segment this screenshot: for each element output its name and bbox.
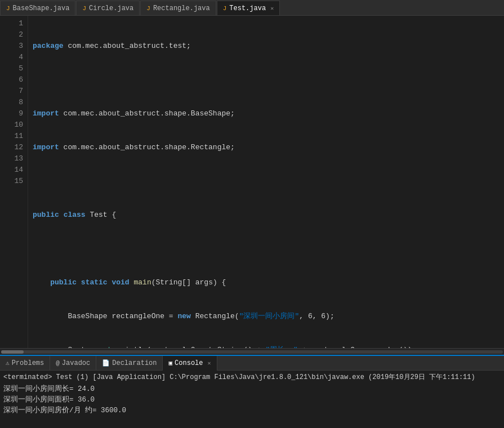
console-line-3: 深圳一间小房间房价/月 约= 3600.0 [3,405,501,416]
tab-console[interactable]: ▣ Console ✕ [163,356,217,371]
tab-problems[interactable]: ⚠ Problems [0,356,50,371]
tab-baseshape[interactable]: J BaseShape.java [0,1,75,15]
line-numbers: 1 2 3 4 5 6 7 8 9 10 11 12 13 14 15 [10,16,28,348]
console-icon: ▣ [168,359,172,367]
tab-declaration-label: Declaration [112,359,157,367]
breakpoint-gutter [0,16,10,348]
tab-console-label: Console [175,359,203,367]
code-line-9: BaseShape rectangleOne = new Rectangle("… [33,311,504,322]
tab-javadoc-label: Javadoc [62,359,90,367]
bottom-tab-bar: ⚠ Problems @ Javadoc 📄 Declaration ▣ Con… [0,356,504,371]
code-line-5 [33,176,504,187]
declaration-icon: 📄 [102,359,110,367]
tab-javadoc[interactable]: @ Javadoc [50,356,96,371]
close-icon[interactable]: ✕ [270,5,274,12]
problems-icon: ⚠ [6,359,10,367]
tab-label: Test.java [229,5,266,12]
tab-declaration[interactable]: 📄 Declaration [96,356,163,371]
bottom-panel: ⚠ Problems @ Javadoc 📄 Declaration ▣ Con… [0,355,504,428]
code-line-3: import com.mec.about_abstruct.shape.Base… [33,108,504,119]
scroll-track [1,350,503,354]
java-icon: J [223,5,227,12]
tab-label: BaseShape.java [13,5,70,12]
console-line-1: 深圳一间小房间周长= 24.0 [3,384,501,395]
tab-problems-label: Problems [12,359,44,367]
code-line-7 [33,243,504,255]
tab-rectangle[interactable]: J Rectangle.java [140,1,216,15]
console-header: <terminated> Test (1) [Java Application]… [3,372,501,383]
code-line-10: System.out.println(rectangleOne.toString… [33,345,504,348]
console-close-icon[interactable]: ✕ [208,360,211,367]
javadoc-icon: @ [56,360,60,367]
horizontal-scrollbar[interactable] [0,348,504,355]
tab-circle[interactable]: J Circle.java [76,1,140,15]
java-icon: J [146,5,150,12]
tab-label: Circle.java [89,5,133,12]
code-line-8: public static void main(String[] args) { [33,277,504,288]
code-line-1: package com.mec.about_abstruct.test; [33,41,504,52]
code-line-6: public class Test { [33,209,504,221]
java-icon: J [6,5,10,12]
code-line-2 [33,74,504,86]
code-editor[interactable]: 1 2 3 4 5 6 7 8 9 10 11 12 13 14 15 pack… [0,16,504,348]
code-content[interactable]: package com.mec.about_abstruct.test; imp… [28,16,504,348]
scroll-thumb[interactable] [1,350,24,354]
console-output-area: <terminated> Test (1) [Java Application]… [0,371,504,428]
tab-bar: J BaseShape.java J Circle.java J Rectang… [0,0,504,16]
code-line-4: import com.mec.about_abstruct.shape.Rect… [33,142,504,153]
tab-test[interactable]: J Test.java ✕ [217,1,280,15]
tab-label: Rectangle.java [153,5,210,12]
code-area: 1 2 3 4 5 6 7 8 9 10 11 12 13 14 15 pack… [0,16,504,348]
console-line-2: 深圳一间小房间面积= 36.0 [3,395,501,405]
java-icon: J [82,5,86,12]
